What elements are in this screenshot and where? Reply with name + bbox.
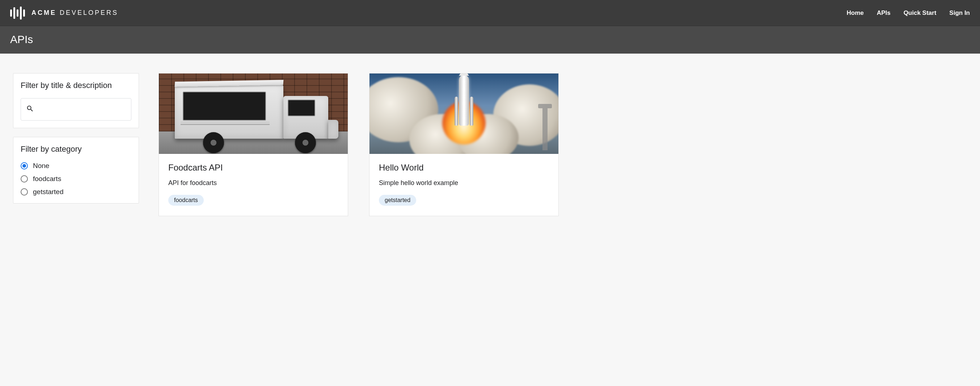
card-title: Hello World xyxy=(379,163,549,173)
top-nav: ACME DEVELOPERS Home APIs Quick Start Si… xyxy=(0,0,980,26)
radio-label: getstarted xyxy=(33,188,64,196)
filter-text-title: Filter by title & description xyxy=(21,81,131,90)
filter-text-card: Filter by title & description xyxy=(13,73,139,128)
card-tags: foodcarts xyxy=(168,195,338,206)
category-radio-none[interactable]: None xyxy=(21,162,131,170)
category-radio-list: None foodcarts getstarted xyxy=(21,162,131,196)
page-header: APIs xyxy=(0,26,980,54)
nav-quickstart[interactable]: Quick Start xyxy=(904,10,937,17)
nav-apis[interactable]: APIs xyxy=(877,10,891,17)
radio-label: foodcarts xyxy=(33,175,61,183)
search-input[interactable] xyxy=(38,106,126,113)
api-card-grid: Foodcarts API API for foodcarts foodcart… xyxy=(159,73,967,216)
card-body: Hello World Simple hello world example g… xyxy=(369,154,558,216)
search-box[interactable] xyxy=(21,98,131,121)
filter-category-title: Filter by category xyxy=(21,145,131,154)
card-body: Foodcarts API API for foodcarts foodcart… xyxy=(159,154,348,216)
card-description: API for foodcarts xyxy=(168,179,338,187)
filters-sidebar: Filter by title & description Filter by … xyxy=(13,73,139,204)
main-content: Filter by title & description Filter by … xyxy=(0,54,980,236)
brand[interactable]: ACME DEVELOPERS xyxy=(10,6,118,19)
nav-home[interactable]: Home xyxy=(847,10,864,17)
radio-icon xyxy=(21,162,28,169)
rocket-launch-illustration xyxy=(369,73,558,154)
card-description: Simple hello world example xyxy=(379,179,549,187)
nav-links: Home APIs Quick Start Sign In xyxy=(847,10,970,17)
category-radio-getstarted[interactable]: getstarted xyxy=(21,188,131,196)
nav-signin[interactable]: Sign In xyxy=(949,10,970,17)
api-card-foodcarts[interactable]: Foodcarts API API for foodcarts foodcart… xyxy=(159,73,348,216)
tag-getstarted[interactable]: getstarted xyxy=(379,195,416,206)
card-image xyxy=(159,73,348,154)
api-card-hello-world[interactable]: Hello World Simple hello world example g… xyxy=(369,73,559,216)
filter-category-card: Filter by category None foodcarts getsta… xyxy=(13,137,139,204)
category-radio-foodcarts[interactable]: foodcarts xyxy=(21,175,131,183)
search-icon xyxy=(26,105,34,114)
page-title: APIs xyxy=(10,33,970,46)
tag-foodcarts[interactable]: foodcarts xyxy=(168,195,204,206)
card-image xyxy=(369,73,558,154)
brand-logo-icon xyxy=(10,6,25,19)
card-title: Foodcarts API xyxy=(168,163,338,173)
radio-icon xyxy=(21,175,28,182)
card-tags: getstarted xyxy=(379,195,549,206)
radio-icon xyxy=(21,188,28,196)
brand-name: ACME DEVELOPERS xyxy=(32,9,118,17)
food-truck-illustration xyxy=(159,73,348,154)
radio-label: None xyxy=(33,162,49,170)
